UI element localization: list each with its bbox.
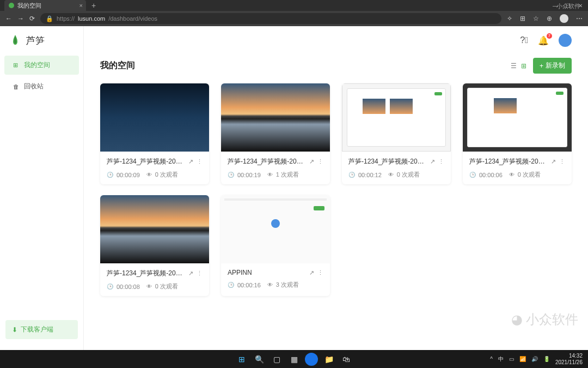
sidebar-item-label: 我的空间 (24, 61, 50, 70)
eye-icon: 👁 (388, 172, 394, 178)
url-path: /dashboard/videos (108, 15, 157, 22)
windows-taskbar: ⊞ 🔍 ▢ ▦ 📁 🛍 ^ 中 ▭ 📶 🔊 🔋 14:32 2021/11/26 (0, 350, 588, 368)
video-title: 芦笋-1234_芦笋视频-20211126 (348, 157, 427, 166)
video-card[interactable]: 芦笋-1234_芦笋视频-20211126↗⋮🕒00:00:09👁0 次观看 (100, 83, 209, 184)
url-input[interactable]: 🔒 https://lusun.com/dashboard/videos (40, 13, 501, 24)
video-thumbnail[interactable] (463, 83, 572, 152)
start-button[interactable]: ⊞ (235, 353, 248, 366)
wifi-icon[interactable]: 📶 (519, 356, 526, 362)
app-brand: 芦笋 (26, 34, 45, 47)
clock-icon: 🕒 (107, 172, 113, 178)
ime-indicator[interactable]: 中 (498, 355, 504, 363)
more-icon[interactable]: ⋮ (317, 269, 323, 276)
lock-icon: 🔒 (46, 15, 53, 22)
new-tab-button[interactable]: + (91, 1, 96, 10)
explorer-icon[interactable]: 📁 (322, 353, 335, 366)
video-card[interactable]: 芦笋-1234_芦笋视频-20211126↗⋮🕒00:00:06👁0 次观看 (463, 83, 572, 184)
video-card[interactable]: 芦笋-1234_芦笋视频-20211126↗⋮🕒00:00:12👁0 次观看 (342, 83, 451, 184)
video-title: APPINN (228, 269, 306, 276)
notification-icon[interactable]: 🔔7 (538, 35, 549, 46)
eye-icon: 👁 (509, 172, 514, 178)
new-recording-label: 新录制 (546, 61, 565, 70)
share-icon[interactable]: ↗ (309, 158, 314, 165)
browser-tab[interactable]: 我的空间 × (4, 0, 86, 11)
download-client-button[interactable]: ⬇ 下载客户端 (5, 320, 78, 339)
eye-icon: 👁 (267, 172, 273, 178)
grid-view-icon[interactable]: ⊞ (521, 62, 526, 70)
video-thumbnail[interactable] (100, 83, 209, 152)
share-icon[interactable]: ↗ (188, 270, 193, 277)
more-icon[interactable]: ⋮ (197, 158, 203, 165)
video-views: 0 次观看 (518, 171, 541, 179)
more-menu-icon[interactable]: ⋯ (576, 15, 583, 22)
extension-icon[interactable]: ⊞ (520, 15, 525, 22)
video-views: 0 次观看 (397, 171, 420, 179)
favorites-icon[interactable]: ☆ (533, 15, 539, 22)
share-icon[interactable]: ↗ (309, 269, 314, 276)
video-card[interactable]: 芦笋-1234_芦笋视频-20211126↗⋮🕒00:00:08👁0 次观看 (100, 195, 209, 296)
clock-icon: 🕒 (469, 172, 476, 178)
download-icon: ⬇ (12, 326, 17, 334)
forward-button[interactable]: → (17, 15, 24, 22)
asparagus-icon (9, 34, 22, 47)
grid-icon: ⊞ (13, 62, 20, 69)
system-clock[interactable]: 14:32 2021/11/26 (555, 353, 583, 366)
help-icon[interactable]: ?⃝ (520, 35, 528, 45)
more-icon[interactable]: ⋮ (197, 270, 203, 277)
clock-date: 2021/11/26 (555, 359, 583, 366)
edge-icon[interactable] (305, 353, 318, 366)
share-icon[interactable]: ↗ (551, 158, 556, 165)
tray-chevron-icon[interactable]: ^ (490, 356, 493, 362)
clock-icon: 🕒 (107, 283, 113, 289)
more-icon[interactable]: ⋮ (438, 158, 444, 165)
share-icon[interactable]: ↗ (430, 158, 435, 165)
profile-avatar[interactable] (560, 14, 568, 23)
volume-icon[interactable]: 🔊 (531, 356, 538, 362)
close-tab-icon[interactable]: × (79, 2, 83, 9)
list-view-icon[interactable]: ☰ (511, 62, 517, 70)
widgets-icon[interactable]: ▦ (287, 353, 301, 366)
eye-icon: 👁 (146, 172, 152, 178)
share-icon[interactable]: ↗ (188, 158, 193, 165)
task-view-icon[interactable]: ▢ (270, 353, 283, 366)
notif-badge: 7 (547, 33, 552, 39)
video-thumbnail[interactable] (342, 83, 451, 152)
sidebar-item-myspace[interactable]: ⊞ 我的空间 (4, 56, 79, 75)
back-button[interactable]: ← (5, 15, 12, 22)
video-duration: 00:00:09 (117, 172, 140, 178)
sidebar-item-recycle[interactable]: 🗑 回收站 (4, 77, 79, 96)
store-icon[interactable]: 🛍 (340, 353, 353, 366)
new-recording-button[interactable]: + 新录制 (533, 58, 572, 74)
tab-title: 我的空间 (17, 2, 41, 10)
video-card[interactable]: APPINN↗⋮🕒00:00:16👁3 次观看 (221, 195, 330, 296)
eye-icon: 👁 (146, 283, 152, 289)
video-card[interactable]: 芦笋-1234_芦笋视频-20211126↗⋮🕒00:00:19👁1 次观看 (221, 83, 330, 184)
app-logo[interactable]: 芦笋 (0, 26, 83, 55)
video-title: 芦笋-1234_芦笋视频-20211126 (107, 157, 185, 166)
video-grid: 芦笋-1234_芦笋视频-20211126↗⋮🕒00:00:09👁0 次观看芦笋… (100, 83, 572, 296)
video-title: 芦笋-1234_芦笋视频-20211126 (228, 157, 306, 166)
battery-icon[interactable]: 🔋 (543, 356, 550, 362)
sidebar: 芦笋 ⊞ 我的空间 🗑 回收站 ⬇ 下载客户端 (0, 26, 84, 350)
refresh-button[interactable]: ⟳ (29, 15, 35, 22)
video-thumbnail[interactable] (221, 195, 330, 263)
trash-icon: 🗑 (13, 83, 20, 90)
cast-icon[interactable]: ▭ (509, 356, 514, 362)
watermark: ◕ 小众软件 (511, 311, 578, 328)
collections-icon[interactable]: ⊕ (547, 15, 552, 22)
more-icon[interactable]: ⋮ (559, 158, 565, 165)
eye-icon: 👁 (267, 282, 273, 288)
video-thumbnail[interactable] (100, 195, 209, 263)
user-avatar[interactable] (559, 34, 572, 47)
video-views: 0 次观看 (155, 282, 178, 291)
wechat-icon: ◕ (511, 312, 523, 327)
page-title: 我的空间 (100, 60, 135, 71)
video-views: 1 次观看 (276, 171, 299, 179)
url-scheme: https:// (57, 15, 75, 22)
more-icon[interactable]: ⋮ (317, 158, 323, 165)
search-icon[interactable]: 🔍 (253, 353, 266, 366)
clock-icon: 🕒 (228, 282, 234, 288)
tracking-icon[interactable]: ✧ (507, 15, 512, 22)
clock-icon: 🕒 (348, 172, 355, 178)
video-thumbnail[interactable] (221, 83, 330, 152)
